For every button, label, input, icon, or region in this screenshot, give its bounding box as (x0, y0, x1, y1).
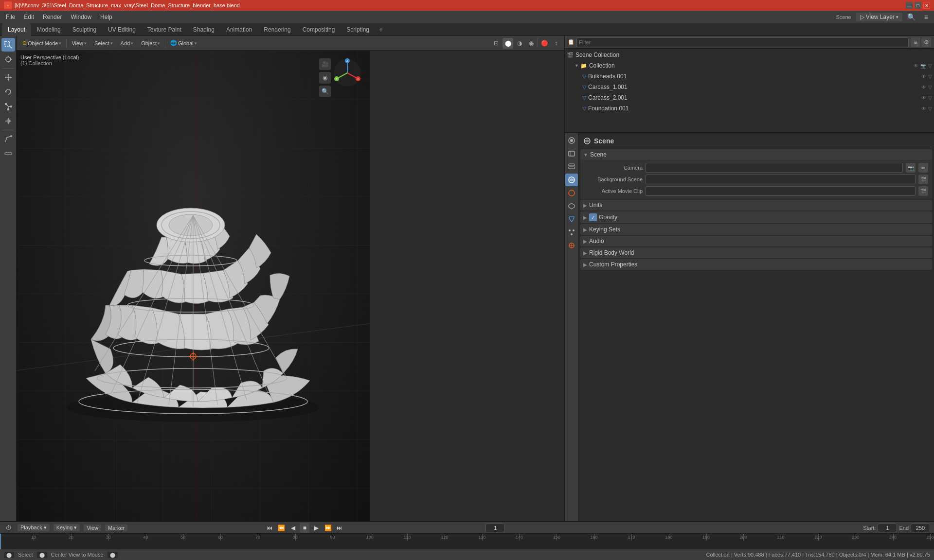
eye-icon-3[interactable]: 👁 (921, 95, 926, 101)
menu-edit[interactable]: Edit (20, 13, 38, 21)
xray-btn[interactable]: ⊡ (491, 38, 502, 49)
end-frame-input[interactable] (911, 524, 930, 532)
filter-icon-sm[interactable]: ▽ (928, 63, 932, 69)
movie-clip-picker[interactable]: 🎬 (918, 186, 928, 196)
tab-layout[interactable]: Layout (2, 23, 31, 36)
jump-end-btn[interactable]: ⏭ (335, 523, 344, 533)
eye-icon-1[interactable]: 👁 (921, 74, 926, 79)
tab-uv-editing[interactable]: UV Editing (102, 23, 142, 36)
filter-icon-1[interactable]: ▽ (928, 74, 932, 79)
particles-btn[interactable] (565, 226, 578, 239)
current-frame-input[interactable] (485, 524, 505, 532)
view-menu-button[interactable]: View (69, 39, 90, 47)
global-select-button[interactable]: 🌐 Global (167, 39, 200, 47)
filter-icon-4[interactable]: ▽ (928, 106, 932, 111)
tab-scripting[interactable]: Scripting (341, 23, 375, 36)
eye-icon-4[interactable]: 👁 (921, 106, 926, 111)
keying-header[interactable]: ▶ Keying Sets (580, 224, 932, 235)
object-mode-button[interactable]: ⊙ Object Mode (19, 39, 64, 47)
show-gizmos-btn[interactable]: ↕ (551, 38, 561, 49)
viewport-3d[interactable]: User Perspective (Local) (1) Collection (17, 51, 370, 521)
select-tool-button[interactable] (1, 38, 15, 52)
object-props-btn[interactable] (565, 200, 578, 212)
filter-icon-3[interactable]: ▽ (928, 95, 932, 101)
view-layer-select[interactable]: ▷ View Layer ▾ (856, 13, 902, 21)
bg-scene-value[interactable] (646, 175, 916, 184)
camera-edit-btn[interactable]: ✏ (918, 163, 928, 173)
add-menu-button[interactable]: Add (118, 39, 137, 47)
rigid-body-header[interactable]: ▶ Rigid Body World (580, 247, 932, 258)
menu-help[interactable]: Help (96, 13, 116, 21)
tab-sculpting[interactable]: Sculpting (67, 23, 102, 36)
scene-section-header[interactable]: ▼ Scene (580, 149, 932, 160)
jump-start-btn[interactable]: ⏮ (265, 523, 274, 533)
outliner-filter-btn[interactable]: ≡ (911, 37, 920, 47)
filter-button[interactable]: ≡ (920, 12, 932, 22)
gravity-header[interactable]: ▶ ✓ Gravity (580, 211, 932, 223)
modifier-props-btn[interactable] (565, 213, 578, 226)
play-btn[interactable]: ▶ (311, 523, 321, 533)
camera-view-btn[interactable]: 🎥 (319, 58, 331, 70)
outliner-carcass-2[interactable]: ▽ Carcass_2.001 👁 ▽ (565, 92, 934, 103)
world-props-btn[interactable] (565, 187, 578, 199)
rotate-tool-button[interactable] (1, 85, 15, 99)
movie-clip-value[interactable] (646, 186, 916, 196)
tab-rendering[interactable]: Rendering (258, 23, 296, 36)
playback-button[interactable]: Playback ▾ (18, 524, 50, 531)
search-button[interactable]: 🔍 (903, 12, 919, 22)
transform-tool-button[interactable] (1, 114, 15, 128)
maximize-button[interactable]: □ (915, 2, 921, 9)
add-workspace-button[interactable]: + (375, 24, 387, 35)
marker-button[interactable]: Marker (105, 525, 127, 531)
filter-icon-2[interactable]: ▽ (928, 85, 932, 90)
camera-icon-sm[interactable]: 📷 (920, 63, 926, 69)
viewport-gizmo[interactable]: Z X Y (333, 58, 362, 88)
view-button[interactable]: View (84, 525, 101, 531)
cursor-tool-button[interactable] (1, 52, 15, 66)
search-viewport-btn[interactable]: 🔍 (319, 86, 331, 97)
units-header[interactable]: ▶ Units (580, 200, 932, 210)
close-button[interactable]: ✕ (923, 2, 930, 9)
tab-modeling[interactable]: Modeling (31, 23, 67, 36)
eye-icon-2[interactable]: 👁 (921, 85, 926, 90)
outliner-scene-collection[interactable]: 🎬 Scene Collection (565, 50, 934, 60)
object-menu-button[interactable]: Object (138, 39, 163, 47)
outliner-search-input[interactable] (576, 37, 909, 47)
play-back-btn[interactable]: ◀ (288, 523, 298, 533)
outliner-collection[interactable]: ▼ 📁 Collection 👁 📷 ▽ (565, 60, 934, 71)
outliner-bulkheads[interactable]: ▽ Bulkheads.001 👁 ▽ (565, 71, 934, 82)
menu-window[interactable]: Window (67, 13, 95, 21)
viewport-shading-material[interactable]: ◑ (514, 38, 525, 49)
eye-icon[interactable]: 👁 (914, 63, 918, 69)
menu-file[interactable]: File (2, 13, 19, 21)
camera-value[interactable] (646, 163, 903, 173)
start-frame-input[interactable] (878, 524, 897, 532)
outliner-carcass-1[interactable]: ▽ Carcass_1.001 👁 ▽ (565, 82, 934, 92)
outliner-settings-btn[interactable]: ⚙ (921, 37, 931, 47)
custom-props-header[interactable]: ▶ Custom Properties (580, 259, 932, 270)
annotate-button[interactable] (1, 132, 15, 146)
step-back-btn[interactable]: ⏪ (276, 523, 286, 533)
step-forward-btn[interactable]: ⏩ (323, 523, 333, 533)
select-menu-button[interactable]: Select (91, 39, 116, 47)
minimize-button[interactable]: — (906, 2, 913, 9)
stop-btn[interactable]: ■ (300, 523, 309, 533)
menu-render[interactable]: Render (39, 13, 66, 21)
camera-picker-btn[interactable]: 📷 (906, 163, 916, 173)
gravity-checkbox[interactable]: ✓ (589, 213, 597, 221)
keying-button[interactable]: Keying ▾ (54, 524, 80, 531)
audio-header[interactable]: ▶ Audio (580, 236, 932, 246)
render-preview-btn[interactable]: ◉ (319, 72, 331, 84)
tab-animation[interactable]: Animation (220, 23, 258, 36)
viewport-shading-rendered[interactable]: ◉ (526, 38, 537, 49)
bg-scene-picker[interactable]: 🎬 (918, 175, 928, 184)
physics-btn[interactable] (565, 239, 578, 252)
output-props-btn[interactable] (565, 147, 578, 160)
scale-tool-button[interactable] (1, 100, 15, 113)
tab-shading[interactable]: Shading (187, 23, 220, 36)
tab-texture-paint[interactable]: Texture Paint (142, 23, 187, 36)
measure-button[interactable] (1, 147, 15, 160)
move-tool-button[interactable] (1, 70, 15, 84)
show-overlays-btn[interactable]: 🔴 (539, 38, 550, 49)
viewport-shading-solid[interactable]: ⬤ (503, 38, 513, 49)
